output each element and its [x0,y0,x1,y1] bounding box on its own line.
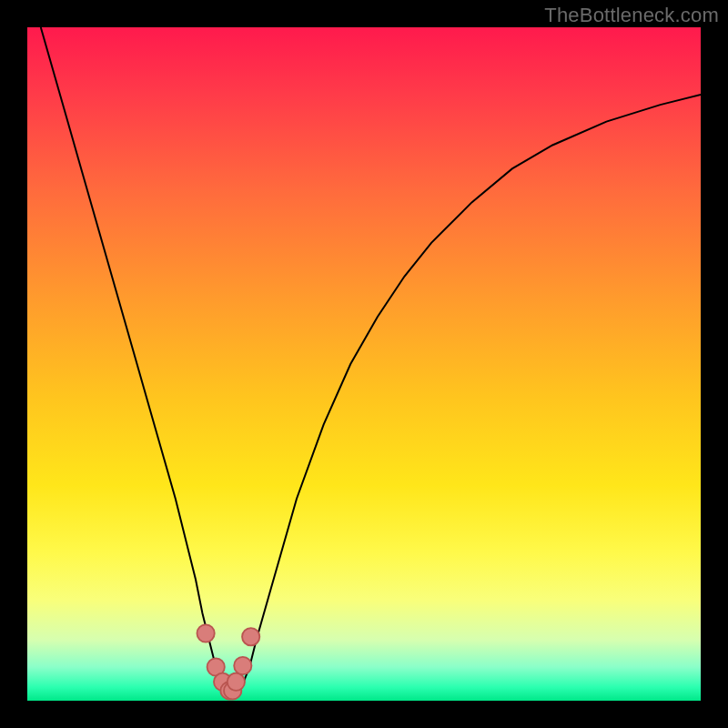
marker-dot [242,628,259,645]
marker-dots [197,624,259,699]
watermark-text: TheBottleneck.com [544,4,719,27]
marker-dot [197,624,214,642]
marker-dot [234,657,251,674]
bottleneck-curve [41,27,701,693]
marker-dot [228,673,245,691]
chart-svg [27,27,701,701]
chart-gradient-area [27,27,701,701]
